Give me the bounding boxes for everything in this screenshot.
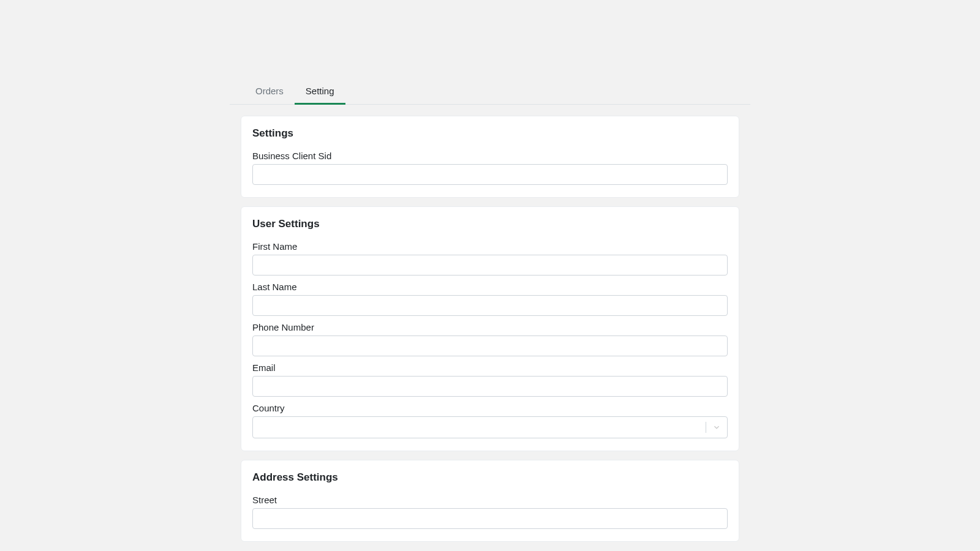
last-name-label: Last Name <box>252 282 728 292</box>
phone-number-label: Phone Number <box>252 322 728 332</box>
first-name-label: First Name <box>252 241 728 252</box>
first-name-input[interactable] <box>252 255 728 276</box>
address-settings-title: Address Settings <box>252 471 728 484</box>
last-name-input[interactable] <box>252 295 728 316</box>
tab-orders[interactable]: Orders <box>244 80 295 104</box>
street-input[interactable] <box>252 508 728 529</box>
street-label: Street <box>252 495 728 505</box>
country-select-value <box>253 421 706 433</box>
phone-number-input[interactable] <box>252 335 728 356</box>
phone-number-group: Phone Number <box>252 322 728 356</box>
last-name-group: Last Name <box>252 282 728 316</box>
tab-setting[interactable]: Setting <box>295 80 345 104</box>
tabs-bar: Orders Setting <box>230 80 750 105</box>
main-container: Orders Setting Settings Business Client … <box>230 0 750 542</box>
settings-title: Settings <box>252 127 728 140</box>
first-name-group: First Name <box>252 241 728 276</box>
user-settings-title: User Settings <box>252 218 728 230</box>
email-label: Email <box>252 362 728 373</box>
settings-card: Settings Business Client Sid <box>241 116 739 198</box>
country-label: Country <box>252 403 728 413</box>
business-client-sid-input[interactable] <box>252 164 728 185</box>
email-input[interactable] <box>252 376 728 397</box>
user-settings-card: User Settings First Name Last Name Phone… <box>241 206 739 451</box>
address-settings-card: Address Settings Street <box>241 460 739 542</box>
chevron-down-icon <box>706 422 727 433</box>
country-group: Country <box>252 403 728 438</box>
country-select[interactable] <box>252 416 728 438</box>
business-client-sid-label: Business Client Sid <box>252 151 728 161</box>
street-group: Street <box>252 495 728 529</box>
business-client-sid-group: Business Client Sid <box>252 151 728 185</box>
email-group: Email <box>252 362 728 397</box>
